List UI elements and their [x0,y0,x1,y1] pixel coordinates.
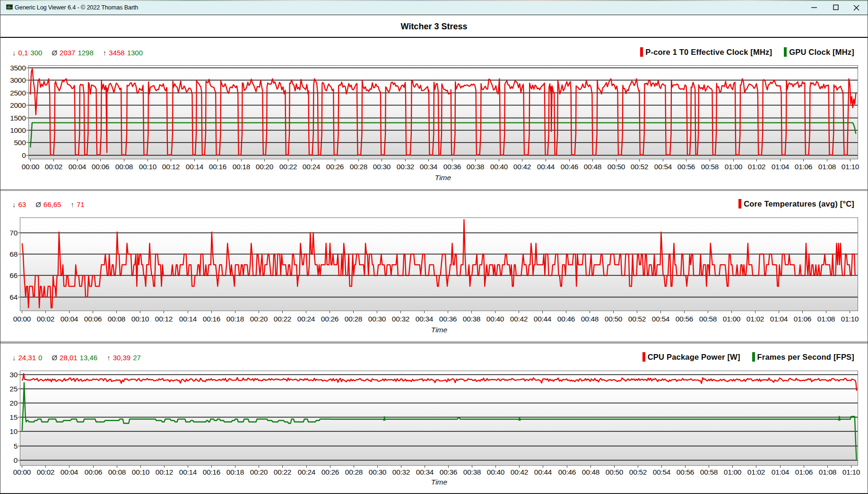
svg-text:00:24: 00:24 [303,163,321,171]
svg-text:00:50: 00:50 [605,315,623,323]
svg-text:00:28: 00:28 [345,468,363,476]
svg-text:00:36: 00:36 [440,468,457,476]
svg-text:00:24: 00:24 [298,468,316,476]
svg-text:01:10: 01:10 [842,468,860,476]
svg-text:00:08: 00:08 [108,468,126,476]
svg-text:00:20: 00:20 [250,468,268,476]
svg-text:00:02: 00:02 [45,163,62,171]
svg-text:0: 0 [14,456,18,464]
svg-text:01:06: 01:06 [794,315,811,323]
svg-text:00:10: 00:10 [139,163,157,171]
svg-text:00:28: 00:28 [345,315,362,323]
svg-text:00:18: 00:18 [233,163,250,171]
svg-text:2500: 2500 [10,89,26,97]
svg-text:01:08: 01:08 [817,315,835,323]
svg-text:00:30: 00:30 [373,163,391,171]
svg-text:20: 20 [9,399,17,407]
svg-text:01:02: 01:02 [746,315,764,323]
svg-text:00:56: 00:56 [677,163,695,171]
svg-text:00:58: 00:58 [700,468,718,476]
svg-text:00:50: 00:50 [606,468,624,476]
svg-text:10: 10 [9,427,17,435]
svg-text:00:32: 00:32 [397,163,414,171]
svg-text:00:36: 00:36 [439,315,457,323]
svg-text:00:38: 00:38 [463,315,480,323]
svg-text:01:00: 01:00 [723,315,741,323]
svg-text:500: 500 [14,139,26,147]
svg-text:00:34: 00:34 [420,163,438,171]
svg-text:64: 64 [9,293,17,301]
svg-text:00:04: 00:04 [61,468,78,476]
svg-text:00:44: 00:44 [534,468,552,476]
svg-text:00:08: 00:08 [115,163,133,171]
svg-text:00:08: 00:08 [108,315,125,323]
svg-text:01:00: 01:00 [724,468,742,476]
svg-text:30: 30 [9,371,17,379]
svg-text:00:34: 00:34 [416,468,434,476]
svg-text:2000: 2000 [10,101,26,109]
svg-text:00:32: 00:32 [392,468,410,476]
svg-text:01:10: 01:10 [842,163,859,171]
svg-text:00:42: 00:42 [511,468,528,476]
svg-text:Time: Time [435,173,451,182]
svg-text:00:46: 00:46 [558,468,576,476]
svg-text:00:36: 00:36 [443,163,461,171]
svg-text:00:00: 00:00 [22,163,40,171]
svg-text:68: 68 [9,250,17,258]
svg-text:00:40: 00:40 [487,468,505,476]
svg-text:00:54: 00:54 [652,315,670,323]
svg-text:00:00: 00:00 [13,468,31,476]
svg-text:00:40: 00:40 [490,163,508,171]
svg-text:1000: 1000 [10,126,26,134]
svg-text:00:26: 00:26 [326,163,344,171]
svg-text:00:12: 00:12 [155,315,173,323]
svg-text:00:52: 00:52 [631,163,648,171]
svg-text:01:02: 01:02 [747,468,765,476]
svg-text:00:58: 00:58 [699,315,717,323]
svg-text:00:14: 00:14 [179,315,197,323]
svg-text:00:10: 00:10 [131,315,149,323]
svg-text:00:40: 00:40 [486,315,504,323]
svg-text:00:44: 00:44 [537,163,555,171]
svg-text:00:04: 00:04 [69,163,87,171]
svg-text:00:16: 00:16 [203,315,220,323]
svg-text:00:28: 00:28 [350,163,367,171]
svg-text:00:12: 00:12 [156,468,173,476]
svg-text:00:54: 00:54 [653,468,671,476]
svg-text:00:04: 00:04 [61,315,78,323]
svg-text:01:04: 01:04 [770,315,788,323]
svg-text:00:06: 00:06 [85,468,102,476]
svg-text:00:54: 00:54 [654,163,672,171]
svg-text:00:18: 00:18 [226,315,244,323]
svg-text:00:34: 00:34 [416,315,434,323]
svg-text:00:18: 00:18 [226,468,244,476]
svg-text:00:50: 00:50 [608,163,625,171]
svg-text:01:08: 01:08 [818,163,836,171]
svg-text:00:26: 00:26 [321,315,339,323]
svg-text:00:44: 00:44 [534,315,552,323]
svg-text:00:14: 00:14 [186,163,204,171]
svg-text:Time: Time [431,478,448,486]
svg-text:Time: Time [431,326,448,334]
svg-text:00:38: 00:38 [467,163,484,171]
svg-text:00:52: 00:52 [628,315,646,323]
svg-text:00:26: 00:26 [321,468,339,476]
svg-text:00:12: 00:12 [162,163,180,171]
svg-text:00:48: 00:48 [582,468,599,476]
svg-text:00:56: 00:56 [676,315,693,323]
svg-text:00:48: 00:48 [584,163,601,171]
svg-text:00:22: 00:22 [274,315,291,323]
svg-text:00:52: 00:52 [629,468,647,476]
svg-text:00:06: 00:06 [92,163,109,171]
svg-text:01:00: 01:00 [725,163,743,171]
svg-text:00:10: 00:10 [132,468,150,476]
svg-text:00:38: 00:38 [463,468,481,476]
svg-text:01:04: 01:04 [772,163,790,171]
svg-text:01:02: 01:02 [748,163,765,171]
svg-text:00:42: 00:42 [510,315,528,323]
svg-text:00:24: 00:24 [297,315,315,323]
svg-text:00:20: 00:20 [250,315,268,323]
svg-text:00:42: 00:42 [513,163,531,171]
svg-text:0: 0 [22,151,26,159]
svg-text:00:20: 00:20 [256,163,274,171]
